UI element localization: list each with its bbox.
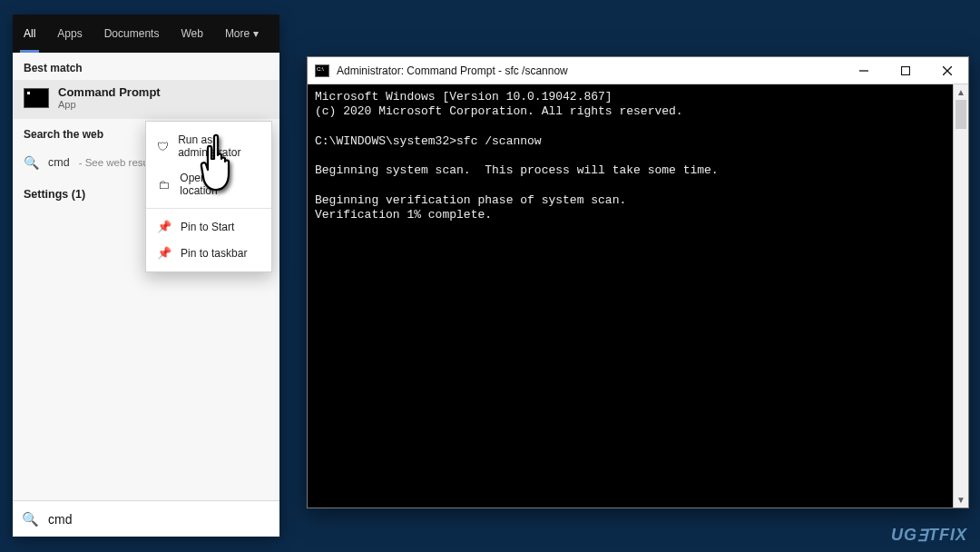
- tab-all[interactable]: All: [13, 15, 46, 53]
- cursor-hand-icon: [196, 132, 250, 195]
- window-title: Administrator: Command Prompt - sfc /sca…: [337, 64, 568, 77]
- tab-label: Apps: [57, 27, 82, 40]
- windows-search-panel: All Apps Documents Web More ▾ Best match…: [13, 15, 279, 537]
- settings-label: Settings (1): [24, 188, 85, 201]
- pin-icon: 📌: [157, 220, 172, 233]
- search-icon: 🔍: [24, 155, 39, 170]
- close-icon: [943, 66, 952, 75]
- tab-apps[interactable]: Apps: [46, 15, 93, 53]
- console-output: Microsoft Windows [Version 10.0.19042.86…: [308, 84, 968, 228]
- best-match-title: Command Prompt: [58, 85, 161, 99]
- tab-more[interactable]: More ▾: [214, 15, 270, 53]
- folder-icon: 🗀: [157, 178, 171, 192]
- window-controls: [843, 57, 968, 84]
- best-match-result[interactable]: Command Prompt App: [13, 80, 279, 119]
- shield-icon: 🛡: [157, 140, 169, 153]
- minimize-button[interactable]: [843, 57, 885, 84]
- chevron-down-icon: ▾: [253, 27, 259, 40]
- pin-icon: 📌: [157, 246, 172, 260]
- tab-label: Documents: [104, 27, 160, 40]
- best-match-subtitle: App: [58, 99, 161, 110]
- console-area[interactable]: Microsoft Windows [Version 10.0.19042.86…: [308, 84, 968, 508]
- ctx-label: Pin to taskbar: [181, 247, 247, 260]
- web-query: cmd: [48, 156, 70, 169]
- tab-label: All: [24, 27, 35, 40]
- watermark: UGƎTFIX: [891, 525, 967, 545]
- best-match-label: Best match: [13, 53, 279, 80]
- search-box: 🔍: [13, 500, 279, 537]
- command-prompt-icon: [24, 88, 49, 108]
- tab-web[interactable]: Web: [170, 15, 213, 53]
- scroll-thumb[interactable]: [956, 100, 966, 129]
- svg-rect-1: [902, 66, 910, 74]
- tab-label: Web: [181, 27, 202, 40]
- maximize-icon: [901, 66, 910, 75]
- tab-documents[interactable]: Documents: [93, 15, 171, 53]
- window-titlebar[interactable]: Administrator: Command Prompt - sfc /sca…: [308, 57, 968, 84]
- ctx-pin-to-taskbar[interactable]: 📌 Pin to taskbar: [146, 240, 271, 266]
- window-title-area: Administrator: Command Prompt - sfc /sca…: [308, 64, 568, 77]
- maximize-button[interactable]: [885, 57, 926, 84]
- scroll-up-icon[interactable]: ▲: [954, 84, 968, 100]
- scroll-down-icon[interactable]: ▼: [954, 492, 968, 508]
- command-prompt-icon: [315, 64, 329, 77]
- search-tabs: All Apps Documents Web More ▾: [13, 15, 279, 53]
- vertical-scrollbar[interactable]: ▲ ▼: [953, 84, 968, 508]
- close-button[interactable]: [926, 57, 968, 84]
- minimize-icon: [859, 66, 868, 75]
- search-results-area: Best match Command Prompt App Search the…: [13, 53, 279, 500]
- search-input[interactable]: [48, 512, 270, 527]
- command-prompt-window: Administrator: Command Prompt - sfc /sca…: [307, 56, 969, 508]
- ctx-pin-to-start[interactable]: 📌 Pin to Start: [146, 213, 271, 240]
- tab-label: More: [225, 27, 250, 40]
- search-icon: 🔍: [22, 511, 39, 527]
- menu-separator: [146, 208, 271, 209]
- search-web-left: 🔍 cmd - See web results: [24, 155, 159, 170]
- best-match-text: Command Prompt App: [58, 85, 161, 110]
- ctx-label: Pin to Start: [181, 221, 234, 233]
